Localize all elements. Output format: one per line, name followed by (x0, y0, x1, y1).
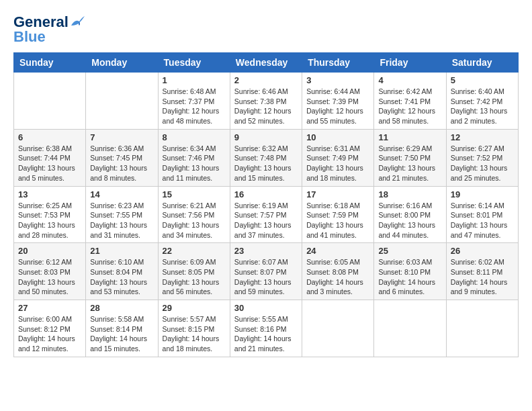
calendar-cell: 13Sunrise: 6:25 AM Sunset: 7:53 PM Dayli… (14, 186, 86, 243)
day-number: 12 (451, 132, 514, 142)
calendar-cell: 3Sunrise: 6:44 AM Sunset: 7:39 PM Daylig… (302, 73, 374, 130)
calendar-cell: 11Sunrise: 6:29 AM Sunset: 7:50 PM Dayli… (374, 129, 446, 186)
day-info: Sunrise: 6:16 AM Sunset: 8:00 PM Dayligh… (378, 201, 441, 240)
day-number: 27 (18, 303, 81, 313)
calendar-cell: 6Sunrise: 6:38 AM Sunset: 7:44 PM Daylig… (14, 129, 86, 186)
calendar-cell (14, 73, 86, 130)
day-info: Sunrise: 6:07 AM Sunset: 8:07 PM Dayligh… (234, 257, 298, 297)
day-number: 10 (306, 132, 369, 142)
day-info: Sunrise: 6:31 AM Sunset: 7:49 PM Dayligh… (306, 144, 369, 183)
day-number: 29 (163, 303, 226, 313)
calendar-cell: 29Sunrise: 5:57 AM Sunset: 8:15 PM Dayli… (158, 300, 230, 357)
calendar-cell: 7Sunrise: 6:36 AM Sunset: 7:45 PM Daylig… (86, 129, 158, 186)
logo: General Blue (13, 13, 85, 46)
day-info: Sunrise: 5:55 AM Sunset: 8:16 PM Dayligh… (234, 314, 298, 354)
day-info: Sunrise: 6:44 AM Sunset: 7:39 PM Dayligh… (306, 87, 369, 126)
logo-blue: Blue (13, 28, 46, 46)
day-number: 16 (234, 189, 298, 199)
day-info: Sunrise: 6:19 AM Sunset: 7:57 PM Dayligh… (234, 201, 298, 240)
day-number: 15 (163, 189, 226, 199)
day-number: 22 (163, 246, 226, 256)
day-info: Sunrise: 6:36 AM Sunset: 7:45 PM Dayligh… (90, 144, 153, 183)
calendar-cell (86, 73, 158, 130)
calendar-cell: 20Sunrise: 6:12 AM Sunset: 8:03 PM Dayli… (14, 243, 86, 300)
calendar-cell (446, 300, 518, 357)
day-number: 23 (234, 246, 298, 256)
calendar-header-row: SundayMondayTuesdayWednesdayThursdayFrid… (14, 53, 519, 73)
day-number: 11 (378, 132, 441, 142)
calendar-cell: 2Sunrise: 6:46 AM Sunset: 7:38 PM Daylig… (230, 73, 302, 130)
calendar-cell: 12Sunrise: 6:27 AM Sunset: 7:52 PM Dayli… (446, 129, 518, 186)
day-number: 3 (306, 75, 369, 85)
day-info: Sunrise: 6:21 AM Sunset: 7:56 PM Dayligh… (163, 201, 226, 240)
calendar-table: SundayMondayTuesdayWednesdayThursdayFrid… (13, 52, 519, 357)
weekday-header: Saturday (446, 53, 518, 73)
day-info: Sunrise: 6:00 AM Sunset: 8:12 PM Dayligh… (18, 314, 81, 354)
calendar-cell: 4Sunrise: 6:42 AM Sunset: 7:41 PM Daylig… (374, 73, 446, 130)
day-number: 17 (306, 189, 369, 199)
day-info: Sunrise: 6:32 AM Sunset: 7:48 PM Dayligh… (234, 144, 298, 183)
day-info: Sunrise: 6:38 AM Sunset: 7:44 PM Dayligh… (18, 144, 81, 183)
day-number: 21 (90, 246, 153, 256)
calendar-cell: 24Sunrise: 6:05 AM Sunset: 8:08 PM Dayli… (302, 243, 374, 300)
day-number: 4 (378, 75, 441, 85)
day-number: 20 (18, 246, 81, 256)
calendar-cell: 18Sunrise: 6:16 AM Sunset: 8:00 PM Dayli… (374, 186, 446, 243)
day-number: 28 (90, 303, 153, 313)
calendar-cell (302, 300, 374, 357)
logo-bird-icon (70, 16, 85, 28)
day-number: 5 (451, 75, 514, 85)
calendar-cell: 25Sunrise: 6:03 AM Sunset: 8:10 PM Dayli… (374, 243, 446, 300)
day-info: Sunrise: 6:18 AM Sunset: 7:59 PM Dayligh… (306, 201, 369, 240)
day-info: Sunrise: 6:48 AM Sunset: 7:37 PM Dayligh… (163, 87, 226, 126)
calendar-cell: 14Sunrise: 6:23 AM Sunset: 7:55 PM Dayli… (86, 186, 158, 243)
day-number: 25 (378, 246, 441, 256)
day-info: Sunrise: 6:10 AM Sunset: 8:04 PM Dayligh… (90, 257, 153, 297)
day-info: Sunrise: 6:34 AM Sunset: 7:46 PM Dayligh… (163, 144, 226, 183)
day-number: 9 (234, 132, 298, 142)
calendar-cell: 15Sunrise: 6:21 AM Sunset: 7:56 PM Dayli… (158, 186, 230, 243)
day-info: Sunrise: 6:05 AM Sunset: 8:08 PM Dayligh… (306, 257, 369, 297)
calendar-cell: 17Sunrise: 6:18 AM Sunset: 7:59 PM Dayli… (302, 186, 374, 243)
day-info: Sunrise: 5:57 AM Sunset: 8:15 PM Dayligh… (163, 314, 226, 354)
calendar-cell: 30Sunrise: 5:55 AM Sunset: 8:16 PM Dayli… (230, 300, 302, 357)
calendar-cell: 5Sunrise: 6:40 AM Sunset: 7:42 PM Daylig… (446, 73, 518, 130)
day-info: Sunrise: 6:46 AM Sunset: 7:38 PM Dayligh… (234, 87, 298, 126)
day-info: Sunrise: 6:09 AM Sunset: 8:05 PM Dayligh… (163, 257, 226, 297)
calendar-cell: 1Sunrise: 6:48 AM Sunset: 7:37 PM Daylig… (158, 73, 230, 130)
calendar-cell: 9Sunrise: 6:32 AM Sunset: 7:48 PM Daylig… (230, 129, 302, 186)
day-info: Sunrise: 6:02 AM Sunset: 8:11 PM Dayligh… (451, 257, 514, 297)
calendar-cell: 28Sunrise: 5:58 AM Sunset: 8:14 PM Dayli… (86, 300, 158, 357)
day-number: 7 (90, 132, 153, 142)
day-number: 19 (451, 189, 514, 199)
calendar-cell (374, 300, 446, 357)
day-info: Sunrise: 6:40 AM Sunset: 7:42 PM Dayligh… (451, 87, 514, 126)
day-info: Sunrise: 6:27 AM Sunset: 7:52 PM Dayligh… (451, 144, 514, 183)
day-number: 6 (18, 132, 81, 142)
day-info: Sunrise: 6:12 AM Sunset: 8:03 PM Dayligh… (18, 257, 81, 297)
page-header: General Blue (13, 13, 519, 46)
calendar-cell: 23Sunrise: 6:07 AM Sunset: 8:07 PM Dayli… (230, 243, 302, 300)
day-number: 30 (234, 303, 298, 313)
calendar-cell: 26Sunrise: 6:02 AM Sunset: 8:11 PM Dayli… (446, 243, 518, 300)
weekday-header: Friday (374, 53, 446, 73)
calendar-cell: 16Sunrise: 6:19 AM Sunset: 7:57 PM Dayli… (230, 186, 302, 243)
weekday-header: Sunday (14, 53, 86, 73)
day-info: Sunrise: 6:23 AM Sunset: 7:55 PM Dayligh… (90, 201, 153, 240)
day-number: 14 (90, 189, 153, 199)
day-info: Sunrise: 6:03 AM Sunset: 8:10 PM Dayligh… (378, 257, 441, 297)
weekday-header: Monday (86, 53, 158, 73)
weekday-header: Thursday (302, 53, 374, 73)
weekday-header: Tuesday (158, 53, 230, 73)
calendar-cell: 8Sunrise: 6:34 AM Sunset: 7:46 PM Daylig… (158, 129, 230, 186)
day-number: 8 (163, 132, 226, 142)
day-number: 2 (234, 75, 298, 85)
day-info: Sunrise: 5:58 AM Sunset: 8:14 PM Dayligh… (90, 314, 153, 354)
calendar-cell: 19Sunrise: 6:14 AM Sunset: 8:01 PM Dayli… (446, 186, 518, 243)
day-number: 1 (163, 75, 226, 85)
day-number: 24 (306, 246, 369, 256)
weekday-header: Wednesday (230, 53, 302, 73)
calendar-cell: 27Sunrise: 6:00 AM Sunset: 8:12 PM Dayli… (14, 300, 86, 357)
day-number: 26 (451, 246, 514, 256)
day-number: 13 (18, 189, 81, 199)
